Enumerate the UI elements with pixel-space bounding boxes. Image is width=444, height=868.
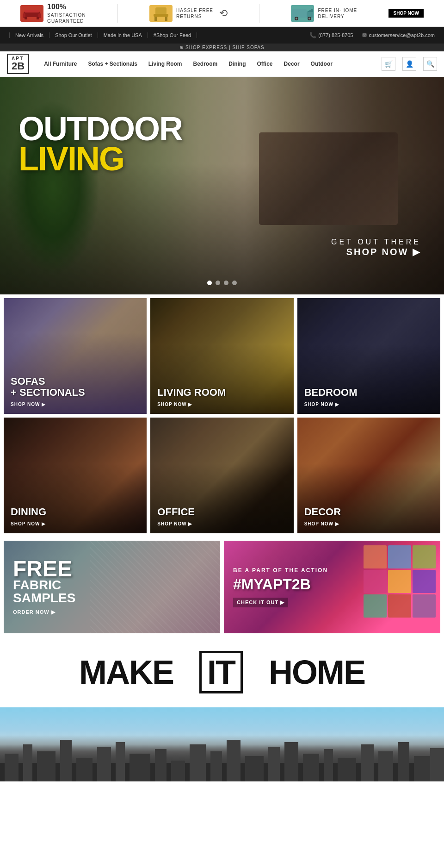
svg-rect-24 bbox=[116, 742, 125, 781]
nav-outdoor[interactable]: Outdoor bbox=[305, 61, 338, 67]
logo-2b: 2B bbox=[12, 61, 25, 71]
hero-line1: OUTDOOR bbox=[18, 114, 182, 144]
nav-link-made-usa[interactable]: Made in the USA bbox=[98, 32, 148, 38]
city-footer bbox=[0, 707, 444, 781]
main-nav-links: All Furniture Sofas + Sectionals Living … bbox=[38, 61, 382, 67]
search-button[interactable]: 🔍 bbox=[423, 57, 437, 71]
svg-rect-26 bbox=[155, 749, 166, 781]
category-sofas[interactable]: SOFAS+ SECTIONALS SHOP NOW ▶ bbox=[4, 298, 147, 414]
svg-rect-8 bbox=[154, 17, 157, 21]
svg-rect-7 bbox=[154, 14, 168, 17]
city-buildings bbox=[0, 735, 444, 781]
hero-cta: GET OUT THERE SHOP NOW ▶ bbox=[331, 238, 421, 257]
dot-2[interactable] bbox=[216, 281, 220, 285]
nav-contact: 📞 (877) 825-8705 ✉ customerservice@apt2b… bbox=[309, 32, 435, 38]
svg-rect-27 bbox=[171, 761, 185, 781]
satisfaction-promo: 100% SATISFACTION GUARANTEED bbox=[20, 2, 86, 24]
dot-4[interactable] bbox=[232, 281, 237, 285]
main-nav: APT 2B All Furniture Sofas + Sectionals … bbox=[0, 51, 444, 77]
nav-icons: 🛒 👤 🔍 bbox=[382, 57, 437, 71]
nav-sofas-sectionals[interactable]: Sofas + Sectionals bbox=[82, 61, 142, 67]
home-text: HOME bbox=[269, 654, 365, 691]
svg-rect-4 bbox=[37, 17, 39, 19]
decor-shop[interactable]: SHOP NOW ▶ bbox=[304, 521, 433, 526]
dining-shop[interactable]: SHOP NOW ▶ bbox=[11, 521, 140, 526]
dining-title: DINING bbox=[11, 506, 140, 518]
returns-promo: HASSLE FREE RETURNS ⟲ bbox=[149, 5, 228, 22]
decor-content: DECOR SHOP NOW ▶ bbox=[297, 500, 440, 533]
nav-link-new-arrivals[interactable]: New Arrivals bbox=[9, 32, 49, 38]
nav-link-outlet[interactable]: Shop Our Outlet bbox=[49, 32, 98, 38]
nav-dining[interactable]: Dining bbox=[223, 61, 251, 67]
sofas-shop[interactable]: SHOP NOW ▶ bbox=[11, 402, 140, 407]
fabric-cta[interactable]: ORDER NOW ▶ bbox=[13, 609, 211, 615]
nav-decor[interactable]: Decor bbox=[278, 61, 305, 67]
chair-icon bbox=[149, 5, 173, 22]
nav-all-furniture[interactable]: All Furniture bbox=[38, 61, 82, 67]
hero-overlay bbox=[0, 77, 444, 294]
svg-rect-30 bbox=[227, 740, 240, 781]
sofa-icon bbox=[20, 5, 43, 22]
social-be-part: BE A PART OF THE ACTION bbox=[233, 567, 431, 574]
it-text: IT bbox=[199, 651, 243, 693]
phone-number: 📞 (877) 825-8705 bbox=[309, 32, 353, 38]
bedroom-shop[interactable]: SHOP NOW ▶ bbox=[304, 402, 433, 407]
category-grid: SOFAS+ SECTIONALS SHOP NOW ▶ LIVING ROOM… bbox=[0, 294, 444, 537]
svg-rect-22 bbox=[76, 758, 92, 781]
hero-slider: OUTDOOR LIVING GET OUT THERE SHOP NOW ▶ bbox=[0, 77, 444, 294]
truck-icon bbox=[291, 5, 314, 22]
hero-line2: LIVING bbox=[18, 144, 182, 174]
category-living[interactable]: LIVING ROOM SHOP NOW ▶ bbox=[150, 298, 293, 414]
nav-link-shop-feed[interactable]: #Shop Our Feed bbox=[148, 32, 197, 38]
make-it-home-section: MAKE IT HOME bbox=[0, 637, 444, 707]
svg-rect-21 bbox=[60, 740, 72, 781]
svg-rect-33 bbox=[284, 742, 298, 781]
divider-1 bbox=[117, 4, 118, 23]
svg-rect-31 bbox=[245, 756, 264, 781]
category-office[interactable]: OFFICE SHOP NOW ▶ bbox=[150, 418, 293, 533]
svg-rect-38 bbox=[378, 751, 393, 781]
dot-1[interactable] bbox=[207, 281, 212, 285]
dot-3[interactable] bbox=[224, 281, 228, 285]
fabric-samples-banner[interactable]: FREE FABRIC SAMPLES ORDER NOW ▶ bbox=[4, 541, 220, 633]
living-shop[interactable]: SHOP NOW ▶ bbox=[157, 402, 286, 407]
svg-rect-20 bbox=[37, 751, 56, 781]
social-content: BE A PART OF THE ACTION #MYAPT2B CHECK I… bbox=[224, 541, 440, 633]
social-hashtag: #MYAPT2B bbox=[233, 576, 431, 593]
make-text: MAKE bbox=[79, 654, 173, 691]
decor-title: DECOR bbox=[304, 506, 433, 518]
living-title: LIVING ROOM bbox=[157, 387, 286, 398]
social-banner[interactable]: BE A PART OF THE ACTION #MYAPT2B CHECK I… bbox=[224, 541, 440, 633]
svg-point-16 bbox=[308, 18, 310, 19]
hero-get-out: GET OUT THERE bbox=[331, 238, 421, 246]
social-cta[interactable]: CHECK IT OUT ▶ bbox=[233, 598, 288, 607]
nav-living-room[interactable]: Living Room bbox=[143, 61, 188, 67]
category-decor[interactable]: DECOR SHOP NOW ▶ bbox=[297, 418, 440, 533]
top-nav-links: New Arrivals Shop Our Outlet Made in the… bbox=[9, 32, 197, 38]
account-button[interactable]: 👤 bbox=[402, 57, 416, 71]
dining-content: DINING SHOP NOW ▶ bbox=[4, 500, 147, 533]
svg-rect-10 bbox=[292, 9, 307, 18]
bedroom-title: BEDROOM bbox=[304, 387, 433, 398]
nav-bedroom[interactable]: Bedroom bbox=[188, 61, 223, 67]
email-address: ✉ customerservice@apt2b.com bbox=[362, 32, 435, 38]
delivery-promo: FREE IN-HOME DELIVERY bbox=[291, 5, 357, 22]
category-dining[interactable]: DINING SHOP NOW ▶ bbox=[4, 418, 147, 533]
cart-button[interactable]: 🛒 bbox=[382, 57, 395, 71]
shop-now-button[interactable]: SHOP NOW bbox=[388, 9, 423, 18]
returns-text: HASSLE FREE RETURNS bbox=[176, 7, 213, 19]
promo-bar: 100% SATISFACTION GUARANTEED HASSLE FREE… bbox=[0, 0, 444, 27]
sofas-title: SOFAS+ SECTIONALS bbox=[11, 376, 140, 398]
delivery-text: FREE IN-HOME DELIVERY bbox=[318, 7, 357, 19]
nav-office[interactable]: Office bbox=[252, 61, 278, 67]
svg-rect-29 bbox=[210, 751, 222, 781]
fabric-content: FREE FABRIC SAMPLES ORDER NOW ▶ bbox=[4, 541, 220, 633]
svg-point-14 bbox=[296, 18, 297, 19]
svg-rect-36 bbox=[338, 758, 356, 781]
category-bedroom[interactable]: BEDROOM SHOP NOW ▶ bbox=[297, 298, 440, 414]
logo[interactable]: APT 2B bbox=[7, 54, 29, 74]
sofas-content: SOFAS+ SECTIONALS SHOP NOW ▶ bbox=[4, 369, 147, 414]
office-shop[interactable]: SHOP NOW ▶ bbox=[157, 521, 286, 526]
express-bar[interactable]: ⊕ SHOP EXPRESS | SHIP SOFAS bbox=[0, 44, 444, 51]
hero-shop-now[interactable]: SHOP NOW ▶ bbox=[331, 246, 421, 257]
